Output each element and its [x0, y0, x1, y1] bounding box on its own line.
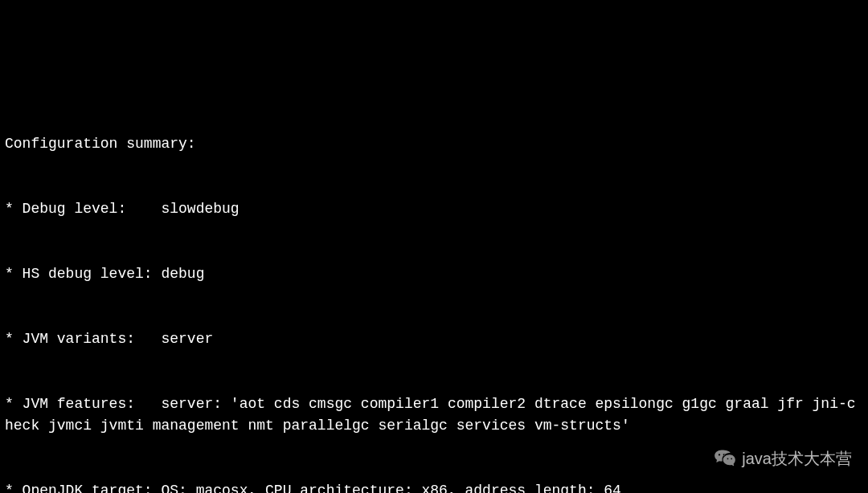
hs-debug-level-line: * HS debug level: debug	[5, 263, 863, 285]
jvm-features-line: * JVM features: server: 'aot cds cmsgc c…	[5, 393, 863, 437]
jvm-variants-line: * JVM variants: server	[5, 328, 863, 350]
watermark-text: java技术大本营	[742, 446, 852, 471]
openjdk-target-line: * OpenJDK target: OS: macosx, CPU archit…	[5, 480, 863, 493]
debug-level-line: * Debug level: slowdebug	[5, 198, 863, 220]
terminal-output: Configuration summary: * Debug level: sl…	[0, 87, 868, 493]
config-summary-header: Configuration summary:	[5, 133, 863, 155]
watermark: java技术大本营	[713, 446, 852, 471]
wechat-icon	[713, 446, 737, 471]
